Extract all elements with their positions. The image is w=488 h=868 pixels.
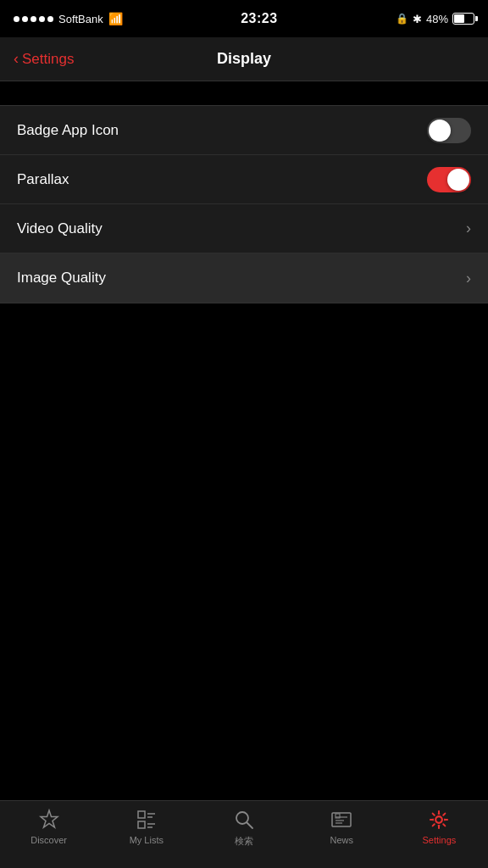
svg-line-22 <box>444 814 446 815</box>
settings-section: Badge App Icon Parallax Video Quality › … <box>0 105 488 303</box>
video-quality-right: › <box>466 220 471 237</box>
back-chevron-icon: ‹ <box>14 50 19 68</box>
search-icon <box>233 808 255 832</box>
tab-discover-label: Discover <box>30 835 67 845</box>
tab-my-lists[interactable]: My Lists <box>97 808 195 845</box>
svg-rect-1 <box>138 811 145 818</box>
tab-settings[interactable]: Settings <box>391 808 488 845</box>
chevron-right-icon: › <box>466 220 471 237</box>
chevron-right-icon: › <box>466 270 471 287</box>
status-time: 23:23 <box>241 11 277 26</box>
svg-line-20 <box>433 814 435 815</box>
badge-app-icon-right <box>427 118 471 143</box>
carrier-label: SoftBank <box>58 13 103 25</box>
tab-search-label: 検索 <box>235 835 253 848</box>
status-bar: SoftBank 📶 23:23 🔒 ✱ 48% <box>0 0 488 37</box>
toggle-knob <box>429 120 451 142</box>
parallax-label: Parallax <box>17 171 69 188</box>
image-quality-right: › <box>466 270 471 287</box>
news-icon <box>330 808 352 832</box>
tab-news-label: News <box>330 835 353 845</box>
badge-app-icon-label: Badge App Icon <box>17 122 119 139</box>
status-left: SoftBank 📶 <box>14 12 123 25</box>
lock-icon: 🔒 <box>396 13 408 25</box>
tab-search[interactable]: 検索 <box>195 808 292 848</box>
parallax-row[interactable]: Parallax <box>0 155 488 204</box>
page-title: Display <box>217 50 271 68</box>
status-right: 🔒 ✱ 48% <box>396 13 474 25</box>
svg-rect-2 <box>138 821 145 828</box>
svg-line-8 <box>247 823 253 829</box>
badge-app-icon-row[interactable]: Badge App Icon <box>0 106 488 155</box>
image-quality-row[interactable]: Image Quality › <box>0 253 488 303</box>
settings-icon <box>428 808 450 832</box>
badge-app-icon-toggle[interactable] <box>427 118 471 143</box>
battery-percentage: 48% <box>426 13 448 25</box>
tab-settings-label: Settings <box>423 835 457 845</box>
svg-line-23 <box>433 824 435 826</box>
image-quality-label: Image Quality <box>17 270 106 287</box>
svg-rect-9 <box>332 813 351 826</box>
my-lists-icon <box>136 808 158 832</box>
tab-discover[interactable]: Discover <box>0 808 97 845</box>
wifi-icon: 📶 <box>108 12 123 25</box>
battery-icon <box>452 13 474 25</box>
discover-icon <box>38 808 60 832</box>
svg-marker-0 <box>41 810 58 827</box>
svg-line-21 <box>444 824 446 826</box>
signal-dots <box>14 16 53 22</box>
video-quality-row[interactable]: Video Quality › <box>0 204 488 253</box>
bluetooth-icon: ✱ <box>413 13 422 25</box>
toggle-knob <box>447 169 469 191</box>
svg-point-15 <box>436 817 442 823</box>
back-label: Settings <box>22 51 74 68</box>
video-quality-label: Video Quality <box>17 220 103 237</box>
parallax-right <box>427 167 471 192</box>
tab-bar: Discover My Lists 検索 <box>0 800 488 868</box>
tab-news[interactable]: News <box>293 808 391 845</box>
back-button[interactable]: ‹ Settings <box>14 50 74 68</box>
parallax-toggle[interactable] <box>427 167 471 192</box>
nav-bar: ‹ Settings Display <box>0 37 488 81</box>
tab-my-lists-label: My Lists <box>130 835 164 845</box>
